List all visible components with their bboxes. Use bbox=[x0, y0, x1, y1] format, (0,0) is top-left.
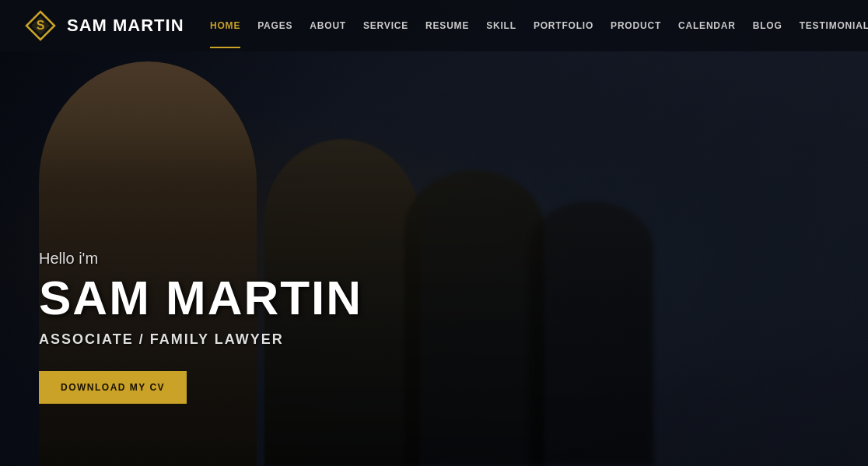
nav-item-home[interactable]: HOME bbox=[210, 20, 240, 31]
nav-item-portfolio[interactable]: PORTFOLIO bbox=[534, 20, 593, 31]
nav-item-calendar[interactable]: CALENDAR bbox=[678, 20, 736, 31]
nav-item-resume[interactable]: RESUME bbox=[425, 20, 469, 31]
nav-item-blog[interactable]: BLOG bbox=[753, 20, 782, 31]
header: S SAM MARTIN HOME PAGES ABOUT SERVICE RE… bbox=[0, 0, 868, 51]
nav-item-skill[interactable]: SKILL bbox=[486, 20, 516, 31]
nav-item-product[interactable]: PRODUCT bbox=[611, 20, 661, 31]
nav-item-testimonials[interactable]: TESTIMONIALS bbox=[800, 20, 868, 31]
nav-item-pages[interactable]: PAGES bbox=[257, 20, 292, 31]
nav-item-service[interactable]: SERVICE bbox=[363, 20, 408, 31]
hero-subtitle: ASSOCIATE / FAMILY LAWYER bbox=[39, 331, 362, 348]
diamond-logo-icon: S bbox=[23, 9, 58, 43]
logo-text: SAM MARTIN bbox=[67, 16, 184, 36]
main-nav: HOME PAGES ABOUT SERVICE RESUME SKILL PO… bbox=[210, 20, 868, 31]
hero-greeting: Hello i'm bbox=[39, 250, 362, 268]
logo-area: S SAM MARTIN bbox=[23, 9, 210, 43]
nav-item-about[interactable]: ABOUT bbox=[310, 20, 346, 31]
hero-content: Hello i'm SAM MARTIN ASSOCIATE / FAMILY … bbox=[39, 250, 362, 404]
download-cv-button[interactable]: DOWNLOAD MY CV bbox=[39, 371, 187, 404]
hero-section: S SAM MARTIN HOME PAGES ABOUT SERVICE RE… bbox=[0, 0, 868, 466]
svg-text:S: S bbox=[37, 19, 45, 32]
hero-name: SAM MARTIN bbox=[39, 274, 362, 322]
figure-3 bbox=[404, 170, 544, 466]
figure-4 bbox=[529, 201, 653, 466]
